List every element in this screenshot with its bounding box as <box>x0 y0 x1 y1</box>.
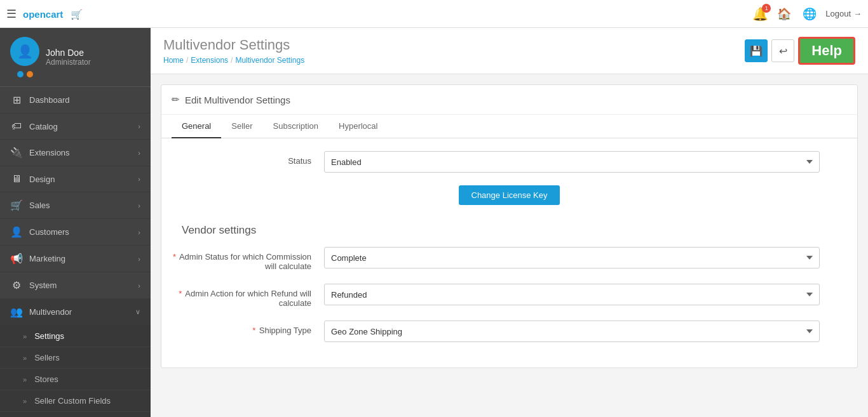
sidebar-subitem-sellers[interactable]: » Sellers <box>0 347 151 369</box>
sidebar-item-system[interactable]: ⚙ System › <box>0 272 151 299</box>
sidebar-item-customers[interactable]: 👤 Customers › <box>0 219 151 246</box>
sidebar-label-extensions: Extensions <box>29 148 70 157</box>
chevron-icon: › <box>138 255 140 263</box>
breadcrumb-current[interactable]: Multivendor Settings <box>235 56 304 65</box>
pencil-icon: ✏ <box>172 94 180 105</box>
chevron-icon: › <box>138 282 140 289</box>
tabs-bar: General Seller Subscription Hyperlocal <box>161 115 857 138</box>
form-group-refund: * Admin Action for which Refund will cal… <box>172 284 847 308</box>
opencart-logo-svg: opencart 🛒 <box>23 5 86 23</box>
commission-label: * Admin Status for which Commission will… <box>172 247 311 271</box>
sidebar-item-dashboard[interactable]: ⊞ Dashboard <box>0 87 151 114</box>
chevron-icon: › <box>138 175 140 183</box>
breadcrumb-home[interactable]: Home <box>163 56 184 65</box>
breadcrumb-sep2: / <box>231 56 233 65</box>
back-icon: ↩ <box>779 45 787 57</box>
multivendor-icon: 👥 <box>10 306 23 318</box>
design-icon: 🖥 <box>10 173 23 185</box>
sidebar-item-catalog[interactable]: 🏷 Catalog › <box>0 114 151 140</box>
sidebar-label-customers: Customers <box>29 227 69 237</box>
chevron-icon: › <box>138 149 140 157</box>
tab-subscription[interactable]: Subscription <box>263 115 329 138</box>
subitem-label-settings: Settings <box>34 331 64 341</box>
opencart-logo: opencart 🛒 <box>23 5 86 23</box>
subitem-label-custom-fields: Seller Custom Fields <box>34 396 111 406</box>
breadcrumb-extensions[interactable]: Extensions <box>191 56 228 65</box>
multivendor-submenu: » Settings » Sellers » Stores » Seller C… <box>0 326 151 417</box>
back-button[interactable]: ↩ <box>771 39 794 62</box>
sidebar-item-sales[interactable]: 🛒 Sales › <box>0 192 151 219</box>
form-body: Status Enabled Disabled Change License K… <box>161 138 857 367</box>
sidebar-item-marketing[interactable]: 📢 Marketing › <box>0 246 151 272</box>
sub-arrow-icon: » <box>23 397 27 405</box>
license-key-section: Change License Key <box>172 185 847 205</box>
main-layout: 👤 John Doe Administrator ⊞ Dashboard <box>0 28 868 417</box>
tab-general[interactable]: General <box>172 115 221 138</box>
dot-orange <box>27 71 33 77</box>
vendor-settings-heading: Vendor settings <box>172 218 847 247</box>
change-license-key-button[interactable]: Change License Key <box>459 185 560 205</box>
status-select[interactable]: Enabled Disabled <box>324 151 820 173</box>
page-header-actions: 💾 ↩ Help <box>745 37 855 65</box>
page-header: Multivendor Settings Home / Extensions /… <box>151 28 868 74</box>
refund-select[interactable]: Refunded Pending Processing <box>324 284 820 305</box>
sidebar-item-multivendor[interactable]: 👥 Multivendor ∨ <box>0 299 151 326</box>
navbar-left: ☰ opencart 🛒 <box>6 5 86 23</box>
sidebar-item-design[interactable]: 🖥 Design › <box>0 166 151 192</box>
sub-arrow-icon: » <box>23 333 27 340</box>
sidebar-subitem-stores[interactable]: » Stores <box>0 369 151 390</box>
dashboard-icon: ⊞ <box>10 94 23 106</box>
save-button[interactable]: 💾 <box>745 39 768 62</box>
user-role: Administrator <box>46 58 91 67</box>
sub-arrow-icon: » <box>23 376 27 383</box>
commission-select[interactable]: Complete Processing Shipped <box>324 247 820 268</box>
svg-text:opencart: opencart <box>23 8 63 19</box>
sidebar-subitem-seller-custom-fields[interactable]: » Seller Custom Fields <box>0 390 151 412</box>
help-button[interactable]: Help <box>798 37 855 65</box>
breadcrumb: Home / Extensions / Multivendor Settings <box>163 56 304 65</box>
customers-icon: 👤 <box>10 226 23 238</box>
subitem-label-stores: Stores <box>34 374 58 384</box>
content-area: Multivendor Settings Home / Extensions /… <box>151 28 868 417</box>
form-group-commission: * Admin Status for which Commission will… <box>172 247 847 271</box>
sidebar-subitem-settings[interactable]: » Settings <box>0 326 151 347</box>
user-dots <box>17 71 33 77</box>
chevron-icon: › <box>138 122 140 130</box>
hamburger-icon[interactable]: ☰ <box>6 7 17 21</box>
chevron-icon: › <box>138 202 140 209</box>
status-label: Status <box>172 151 311 166</box>
breadcrumb-sep1: / <box>186 56 188 65</box>
main-card: ✏ Edit Multivendor Settings General Sell… <box>161 84 858 368</box>
home-button[interactable]: 🏠 <box>775 4 794 23</box>
sidebar-label-design: Design <box>29 175 55 184</box>
sidebar-label-system: System <box>29 281 57 290</box>
sidebar-nav: ⊞ Dashboard 🏷 Catalog › 🔌 Extensions › <box>0 87 151 417</box>
refund-label: * Admin Action for which Refund will cal… <box>172 284 311 308</box>
sidebar-label-sales: Sales <box>29 201 50 210</box>
page-title: Multivendor Settings <box>163 37 304 53</box>
logout-icon: → <box>853 9 862 18</box>
shipping-select[interactable]: Geo Zone Shipping Flat Rate Free Shippin… <box>324 321 820 342</box>
tab-seller[interactable]: Seller <box>221 115 262 138</box>
user-info: John Doe Administrator <box>46 48 91 67</box>
sidebar-label-multivendor: Multivendor <box>29 307 72 317</box>
globe-button[interactable]: 🌐 <box>800 4 819 23</box>
tab-hyperlocal[interactable]: Hyperlocal <box>329 115 388 138</box>
sidebar-subitem-sellers-products[interactable]: » Sellers Products <box>0 412 151 417</box>
sidebar-user: 👤 John Doe Administrator <box>0 28 151 87</box>
page-header-left: Multivendor Settings Home / Extensions /… <box>163 37 304 65</box>
notification-button[interactable]: 🔔 1 <box>752 6 768 22</box>
marketing-icon: 📢 <box>10 253 23 265</box>
sales-icon: 🛒 <box>10 199 23 211</box>
section-title: ✏ Edit Multivendor Settings <box>161 85 857 115</box>
navbar-right: 🔔 1 🏠 🌐 Logout → <box>752 4 862 23</box>
logout-button[interactable]: Logout → <box>825 9 862 18</box>
section-title-text: Edit Multivendor Settings <box>185 95 290 105</box>
form-group-status: Status Enabled Disabled <box>172 151 847 173</box>
sidebar-item-extensions[interactable]: 🔌 Extensions › <box>0 140 151 166</box>
sub-arrow-icon: » <box>23 354 27 362</box>
sidebar: 👤 John Doe Administrator ⊞ Dashboard <box>0 28 151 417</box>
svg-text:🛒: 🛒 <box>71 8 83 20</box>
chevron-down-icon: ∨ <box>135 308 140 316</box>
system-icon: ⚙ <box>10 279 23 291</box>
